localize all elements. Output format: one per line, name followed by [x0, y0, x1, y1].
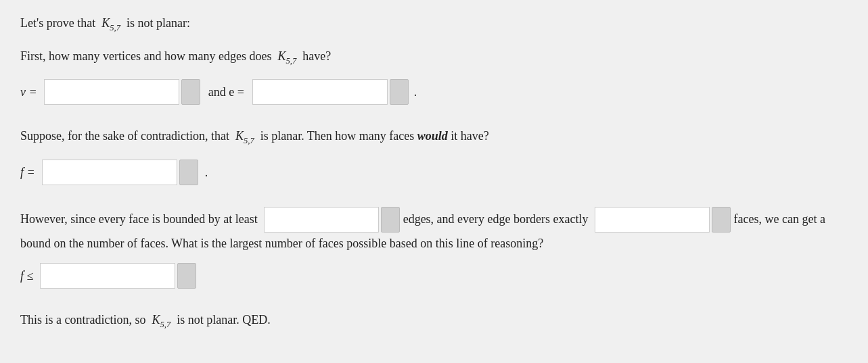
v-label: v = — [20, 85, 37, 99]
intro-line: Let's prove that K5,7 is not planar: — [20, 14, 848, 34]
k-math-inline-3: K5,7 — [232, 129, 257, 143]
f-input-row: f = . — [20, 160, 848, 185]
dot-1: . — [414, 85, 417, 99]
question-end: have? — [300, 49, 331, 63]
f-input-group — [42, 160, 198, 185]
question-text: First, how many vertices and how many ed… — [20, 49, 271, 63]
f-label: f = — [20, 166, 35, 180]
intro-text-1: Let's prove that — [20, 16, 95, 30]
f-leq-check-button[interactable] — [177, 263, 196, 289]
would-italic-bold: would — [417, 129, 448, 143]
suppose-line: Suppose, for the sake of contradiction, … — [20, 126, 848, 147]
v-input-group — [44, 79, 200, 105]
however-block: However, since every face is bounded by … — [20, 207, 848, 251]
suppose-text: Suppose, for the sake of contradiction, … — [20, 129, 229, 143]
faces-input-group — [595, 207, 731, 233]
k-math-inline-2: K5,7 — [275, 49, 300, 63]
f-leq-label: f ≤ — [20, 269, 33, 283]
v-input[interactable] — [44, 79, 179, 105]
vertices-edges-question: First, how many vertices and how many ed… — [20, 47, 848, 68]
v-e-inputs-row: v = and e = . — [20, 79, 848, 105]
it-have: it have? — [448, 129, 489, 143]
conclusion-line: This is a contradiction, so K5,7 is not … — [20, 310, 848, 331]
f-input[interactable] — [42, 160, 177, 185]
edges-check-button[interactable] — [381, 207, 400, 233]
faces-check-button[interactable] — [712, 207, 731, 233]
f-leq-input[interactable] — [40, 263, 175, 289]
conclusion-end: is not planar. QED. — [174, 313, 271, 326]
bound-text-line: bound on the number of faces. What is th… — [20, 237, 848, 251]
and-e-label: and e = — [208, 85, 244, 99]
e-input-group — [252, 79, 409, 105]
v-check-button[interactable] — [181, 79, 200, 105]
faces-input[interactable] — [595, 207, 710, 233]
intro-text-2: is not planar: — [123, 16, 189, 30]
however-text: However, since every face is bounded by … — [20, 208, 258, 230]
edges-input-group — [264, 207, 400, 233]
f-check-button[interactable] — [179, 160, 198, 185]
k-math-inline: K5,7 — [99, 16, 124, 30]
k-math-inline-4: K5,7 — [149, 313, 174, 326]
f-leq-row: f ≤ — [20, 263, 848, 289]
faces-text: faces, we can get a — [734, 208, 825, 230]
suppose-end: is planar. Then how many faces — [257, 129, 417, 143]
however-row: However, since every face is bounded by … — [20, 207, 848, 233]
conclusion-text: This is a contradiction, so — [20, 313, 145, 326]
e-check-button[interactable] — [390, 79, 409, 105]
f-leq-input-group — [40, 263, 196, 289]
e-input[interactable] — [252, 79, 388, 105]
dot-2: . — [205, 166, 208, 180]
edges-input[interactable] — [264, 207, 379, 233]
edges-text: edges, and every edge borders exactly — [403, 208, 589, 230]
